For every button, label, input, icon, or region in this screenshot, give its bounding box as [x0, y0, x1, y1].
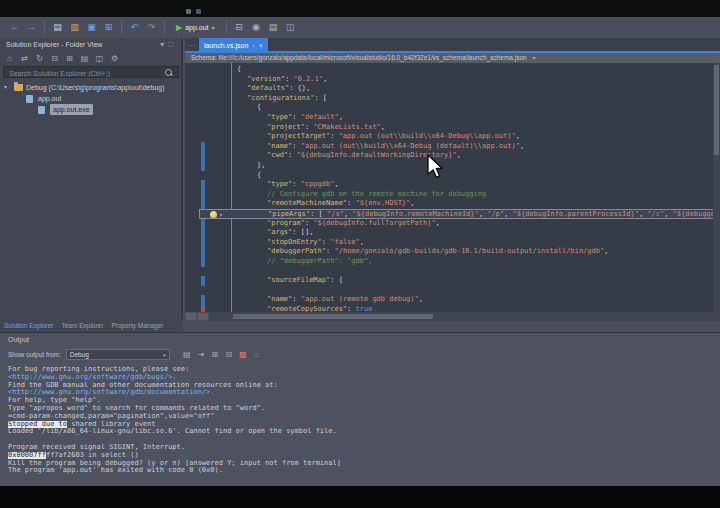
bottom-tab-property-manager[interactable]: Property Manager: [111, 322, 163, 329]
code-editor[interactable]: {"version": "0.2.1","defaults": {},"conf…: [185, 63, 720, 312]
chevron-down-icon[interactable]: ▾: [219, 210, 223, 219]
token: // Configure gdb on the remote machine f…: [267, 190, 486, 198]
code-line[interactable]: "program": "${debugInfo.fullTargetPath}"…: [199, 219, 720, 229]
open-folder-icon[interactable]: ▥: [67, 20, 82, 35]
chevron-down-icon[interactable]: ▾: [533, 55, 536, 61]
docwell-overflow-icon[interactable]: ⋯: [187, 41, 195, 50]
tree-item-app.out.exe[interactable]: app.out.exe: [0, 104, 181, 115]
output-log[interactable]: For bug reporting instructions, please s…: [8, 366, 716, 475]
output-line[interactable]: Kill the program being debugged? (y or n…: [8, 460, 716, 468]
code-line[interactable]: },: [199, 161, 720, 171]
code-line[interactable]: "projectTarget": "app.out (out\\build\\x…: [199, 132, 720, 142]
code-line[interactable]: {: [199, 65, 720, 75]
code-line[interactable]: "remoteMachineName": "${env.HOST}",: [199, 199, 720, 209]
expand-icon[interactable]: ⊞: [209, 349, 221, 361]
code-line[interactable]: [199, 266, 720, 276]
code-line[interactable]: "project": "CMakeLists.txt",: [199, 123, 720, 133]
code-line[interactable]: "stopOnEntry": "false",: [199, 238, 720, 248]
output-line[interactable]: Program received signal SIGINT, Interrup…: [8, 444, 716, 452]
scrollbar-thumb[interactable]: [714, 65, 719, 155]
horizontal-scrollbar[interactable]: [209, 312, 720, 321]
code-line[interactable]: "name": "app.out (out\\build\\x64-Debug …: [199, 142, 720, 152]
code-line[interactable]: "name": "app.out (remote gdb debug)",: [199, 295, 720, 305]
properties-icon[interactable]: ⚙: [108, 52, 121, 65]
code-line[interactable]: "configurations": [: [199, 94, 720, 104]
tab-launch-vs-json[interactable]: launch.vs.json ◦ ×: [199, 38, 268, 52]
code-line[interactable]: // "debuggerPath": "gdb",: [199, 257, 720, 267]
tree-item-debug[interactable]: ▾Debug (C:\Users\g\programs\app\out\debu…: [0, 82, 181, 93]
output-line[interactable]: Loaded '/lib/x86_64-linux-gnu/libc.so.6'…: [8, 428, 716, 436]
files-icon[interactable]: ▤: [78, 52, 91, 65]
vertical-scrollbar[interactable]: [713, 63, 720, 312]
output-line[interactable]: Stopped due to shared library event: [8, 421, 716, 429]
back-icon[interactable]: ←: [7, 20, 22, 35]
code-line[interactable]: "version": "0.2.1",: [199, 75, 720, 85]
output-window-icon[interactable]: ▤: [266, 20, 281, 35]
search-input[interactable]: [7, 67, 161, 79]
code-line[interactable]: "type": "cppgdb",: [199, 180, 720, 190]
output-link[interactable]: <http://www.gnu.org/software/gdb/bugs/>.: [8, 374, 177, 381]
lightbulb-icon[interactable]: [210, 211, 217, 218]
switch-views-icon[interactable]: ⇄: [18, 52, 31, 65]
collapse-all-icon[interactable]: ⊟: [48, 52, 61, 65]
find-icon[interactable]: ◫: [283, 20, 298, 35]
breakpoint-icon[interactable]: ◉: [249, 20, 264, 35]
save-icon[interactable]: ▣: [84, 20, 99, 35]
output-source-dropdown[interactable]: Debug ▾: [66, 349, 170, 360]
json-schema-bar[interactable]: Schema: file:///c:/users/gonzalo/appdata…: [185, 53, 720, 63]
save-all-icon[interactable]: ⊞: [101, 20, 116, 35]
code-line[interactable]: {: [199, 171, 720, 181]
search-icon[interactable]: [165, 69, 172, 76]
output-link[interactable]: <http://www.gnu.org/software/gdb/documen…: [8, 389, 215, 396]
bottom-tab-solution-explorer[interactable]: Solution Explorer: [4, 322, 54, 329]
output-line[interactable]: For help, type "help".: [8, 397, 716, 405]
output-line[interactable]: [8, 436, 716, 444]
code-line[interactable]: "type": "default",: [199, 113, 720, 123]
home-icon[interactable]: ⌂: [3, 52, 16, 65]
start-debugging-button[interactable]: ▶app.out▾: [171, 20, 220, 36]
output-line[interactable]: 0x00007ffff7af2603 in select (): [8, 452, 716, 460]
preview-icon[interactable]: ◫: [93, 52, 106, 65]
splitter-buttons[interactable]: [185, 312, 209, 321]
code-line[interactable]: "defaults": {},: [199, 84, 720, 94]
bottom-tab-team-explorer[interactable]: Team Explorer: [62, 322, 104, 329]
code-line[interactable]: "sourceFileMap": {: [199, 276, 720, 286]
forward-icon[interactable]: →: [24, 20, 39, 35]
code-line[interactable]: "args": [],: [199, 228, 720, 238]
output-line[interactable]: For bug reporting instructions, please s…: [8, 366, 716, 374]
output-text-span: 0x00007ff: [8, 452, 46, 459]
output-line[interactable]: <http://www.gnu.org/software/gdb/documen…: [8, 389, 716, 397]
code-lines[interactable]: {"version": "0.2.1","defaults": {},"conf…: [199, 65, 720, 312]
collapse-icon[interactable]: ⊟: [223, 349, 235, 361]
refresh-icon[interactable]: ↻: [33, 52, 46, 65]
code-line[interactable]: // Configure gdb on the remote machine f…: [199, 190, 720, 200]
panel-options-icons[interactable]: ▾□: [160, 40, 177, 49]
wordwrap-icon[interactable]: ◌: [251, 349, 263, 361]
code-line[interactable]: "remoteCopySources": true: [199, 305, 720, 312]
clear-all-icon[interactable]: ▩: [237, 349, 249, 361]
code-line[interactable]: "cwd": "${debugInfo.defaultWorkingDirect…: [199, 151, 720, 161]
tree-item-app.out[interactable]: app.out: [0, 93, 181, 104]
output-line[interactable]: Find the GDB manual and other documentat…: [8, 382, 716, 390]
undo-icon[interactable]: ↶: [127, 20, 142, 35]
goto-icon[interactable]: ⇥: [195, 349, 207, 361]
expander-caret-icon[interactable]: ▾: [4, 82, 7, 93]
redo-icon[interactable]: ↷: [144, 20, 159, 35]
code-line[interactable]: {: [199, 103, 720, 113]
token: ,: [436, 219, 440, 227]
output-line[interactable]: <http://www.gnu.org/software/gdb/bugs/>.: [8, 374, 716, 382]
solution-explorer-search[interactable]: [3, 66, 179, 78]
scrollbar-thumb[interactable]: [233, 314, 433, 319]
show-all-files-icon[interactable]: ⊞: [63, 52, 76, 65]
new-file-icon[interactable]: ▤: [50, 20, 65, 35]
output-line[interactable]: =cmd-param-changed,param="pagination",va…: [8, 413, 716, 421]
messages-icon[interactable]: ▤: [181, 349, 193, 361]
code-line[interactable]: "debuggerPath": "/home/gonzalo/gdb-build…: [199, 247, 720, 257]
output-line[interactable]: The program 'app.out' has exited with co…: [8, 467, 716, 475]
code-line[interactable]: [199, 286, 720, 296]
pin-icon[interactable]: ◦: [252, 42, 254, 49]
attach-icon[interactable]: ⊟: [232, 20, 247, 35]
code-line-current[interactable]: "pipeArgs": [ "/s", "${debugInfo.remoteM…: [199, 209, 720, 219]
close-icon[interactable]: ×: [259, 42, 263, 49]
output-line[interactable]: Type "apropos word" to search for comman…: [8, 405, 716, 413]
